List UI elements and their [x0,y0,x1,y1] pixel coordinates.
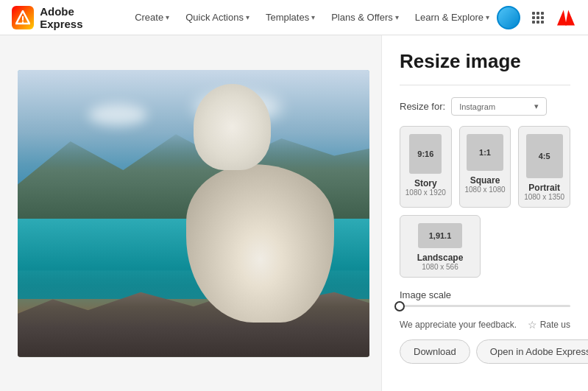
divider [400,85,570,85]
image-panel [0,35,381,391]
star-icon: ☆ [528,319,537,331]
svg-marker-4 [557,10,567,25]
download-button[interactable]: Download [400,339,470,364]
resize-for-dropdown[interactable]: Instagram ▾ [451,97,547,116]
rate-us-label: Rate us [540,320,570,330]
resize-for-row: Resize for: Instagram ▾ [400,97,570,116]
chevron-down-icon: ▾ [395,13,399,21]
nav-quick-actions[interactable]: Quick Actions ▾ [178,7,257,27]
format-dims-square: 1080 x 1080 [464,186,505,194]
format-card-square[interactable]: 1:1 Square 1080 x 1080 [459,126,511,208]
feedback-text: We appreciate your feedback. [400,320,517,330]
action-row: Download Open in Adobe Express [400,339,570,364]
chevron-down-icon: ▾ [311,13,315,21]
page-title: Resize image [400,50,570,73]
rate-us-button[interactable]: ☆ Rate us [528,319,570,331]
format-grid: 9:16 Story 1080 x 1920 1:1 Square 1080 x… [400,126,570,208]
scale-slider-track [400,305,570,307]
chevron-down-icon: ▾ [166,13,169,21]
main-content: Resize image Resize for: Instagram ▾ 9:1… [0,35,588,391]
nav-right-controls [497,6,576,29]
feedback-row: We appreciate your feedback. ☆ Rate us [400,316,570,331]
format-name-square: Square [470,175,500,186]
image-scale-label: Image scale [400,289,570,300]
resize-sidebar: Resize image Resize for: Instagram ▾ 9:1… [381,35,588,391]
svg-marker-3 [565,10,575,25]
format-dims-landscape: 1080 x 566 [422,263,458,271]
format-name-landscape: Landscape [417,253,464,263]
open-in-express-button[interactable]: Open in Adobe Express [476,339,588,364]
nav-templates[interactable]: Templates ▾ [258,7,322,27]
nav-plans-offers[interactable]: Plans & Offers ▾ [324,7,406,27]
chevron-down-icon: ▾ [534,102,539,111]
scale-slider-thumb[interactable] [394,301,405,311]
format-dims-story: 1080 x 1920 [405,189,446,197]
chevron-down-icon: ▾ [486,13,489,21]
uploaded-image [18,70,369,357]
format-dims-portrait: 1080 x 1350 [524,193,564,201]
user-avatar[interactable] [497,6,520,29]
app-logo[interactable]: Adobe Express [12,5,116,30]
apps-grid-icon[interactable] [529,9,547,27]
format-name-story: Story [414,178,437,189]
nav-learn-explore[interactable]: Learn & Explore ▾ [408,7,497,27]
ratio-box-portrait: 4:5 [526,134,563,178]
chevron-down-icon: ▾ [246,13,249,21]
ratio-box-landscape: 1,91.1 [418,223,462,248]
format-row-landscape: 1,91.1 Landscape 1080 x 566 [400,215,570,278]
logo-icon [12,6,34,29]
navbar: Adobe Express Create ▾ Quick Actions ▾ T… [0,0,588,35]
adobe-logo-icon[interactable] [556,7,576,28]
app-name: Adobe Express [40,5,116,30]
resize-for-value: Instagram [459,102,495,111]
ratio-box-square: 1:1 [467,134,503,171]
svg-point-2 [22,21,24,22]
ratio-box-story: 9:16 [409,134,442,174]
resize-for-label: Resize for: [400,101,445,112]
nav-create[interactable]: Create ▾ [127,7,177,27]
image-preview [18,70,369,357]
format-card-landscape[interactable]: 1,91.1 Landscape 1080 x 566 [400,215,481,278]
format-name-portrait: Portrait [528,183,560,193]
format-card-portrait[interactable]: 4:5 Portrait 1080 x 1350 [518,126,570,208]
image-scale-section: Image scale [400,289,570,307]
format-card-story[interactable]: 9:16 Story 1080 x 1920 [400,126,452,208]
nav-menu: Create ▾ Quick Actions ▾ Templates ▾ Pla… [127,7,497,27]
